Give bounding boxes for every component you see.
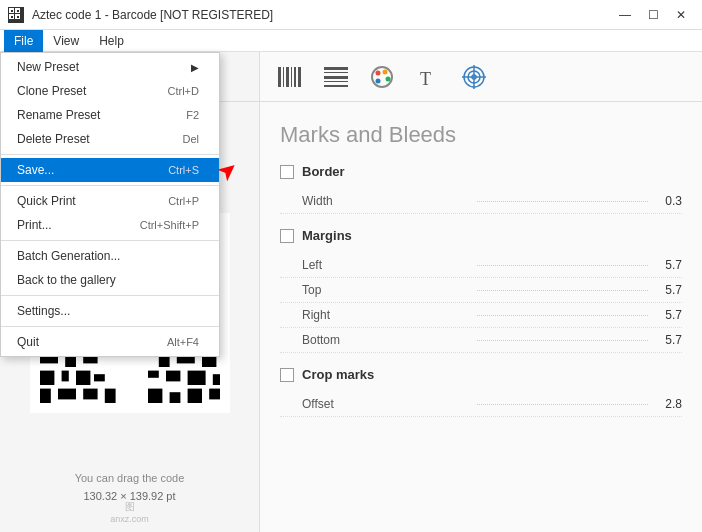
quit-label: Quit — [17, 335, 39, 349]
margin-right-label: Right — [302, 308, 473, 322]
svg-rect-75 — [83, 356, 97, 363]
svg-rect-93 — [187, 389, 201, 403]
menu-quit[interactable]: Quit Alt+F4 — [1, 330, 219, 354]
watermark-line1: 图 — [0, 500, 259, 514]
save-shortcut: Ctrl+S — [168, 164, 199, 176]
rename-preset-shortcut: F2 — [186, 109, 199, 121]
crop-marks-group-header: Crop marks — [280, 367, 682, 382]
margin-right-value: 5.7 — [652, 308, 682, 322]
target-tool-button[interactable] — [454, 58, 494, 96]
delete-preset-label: Delete Preset — [17, 132, 90, 146]
svg-rect-94 — [209, 389, 220, 400]
margin-bottom-value: 5.7 — [652, 333, 682, 347]
margin-bottom-row: Bottom 5.7 — [280, 328, 682, 353]
quick-print-label: Quick Print — [17, 194, 76, 208]
svg-point-21 — [383, 69, 388, 74]
menu-batch-generation[interactable]: Batch Generation... — [1, 244, 219, 268]
svg-rect-85 — [187, 371, 205, 385]
menu-file[interactable]: File — [4, 30, 43, 52]
print-shortcut: Ctrl+Shift+P — [140, 219, 199, 231]
title-bar-left: Aztec code 1 - Barcode [NOT REGISTERED] — [8, 7, 273, 23]
window-title: Aztec code 1 - Barcode [NOT REGISTERED] — [32, 8, 273, 22]
margin-top-row: Top 5.7 — [280, 278, 682, 303]
barcode-tool-button[interactable] — [270, 58, 310, 96]
border-group-header: Border — [280, 164, 682, 179]
menu-settings[interactable]: Settings... — [1, 299, 219, 323]
border-label: Border — [302, 164, 345, 179]
crop-marks-checkbox[interactable] — [280, 368, 294, 382]
menu-help[interactable]: Help — [89, 30, 134, 52]
svg-rect-83 — [148, 371, 159, 378]
barcode2-tool-button[interactable] — [316, 58, 356, 96]
margins-label: Margins — [302, 228, 352, 243]
menu-bar: File View Help — [0, 30, 702, 52]
margins-checkbox[interactable] — [280, 229, 294, 243]
submenu-arrow: ▶ — [191, 62, 199, 73]
svg-rect-81 — [76, 371, 90, 385]
svg-rect-82 — [94, 374, 105, 381]
margins-group-header: Margins — [280, 228, 682, 243]
svg-rect-7 — [17, 16, 19, 18]
text-tool-button[interactable]: T — [408, 58, 448, 96]
quit-shortcut: Alt+F4 — [167, 336, 199, 348]
svg-rect-91 — [148, 389, 162, 403]
toolbar: T — [260, 52, 702, 102]
svg-text:T: T — [420, 69, 431, 89]
margin-top-dots — [477, 290, 648, 291]
svg-rect-80 — [61, 371, 68, 382]
svg-point-22 — [386, 76, 391, 81]
svg-rect-73 — [40, 356, 58, 363]
menu-quick-print[interactable]: Quick Print Ctrl+P — [1, 189, 219, 213]
menu-delete-preset[interactable]: Delete Preset Del — [1, 127, 219, 151]
crop-offset-value: 2.8 — [652, 397, 682, 411]
properties-panel: Marks and Bleeds Border Width 0.3 Margin… — [260, 102, 702, 532]
palette-tool-button[interactable] — [362, 58, 402, 96]
svg-rect-10 — [286, 67, 289, 87]
app-icon — [8, 7, 24, 23]
crop-marks-label: Crop marks — [302, 367, 374, 382]
svg-rect-18 — [324, 85, 348, 87]
separator-2 — [1, 185, 219, 186]
menu-save[interactable]: Save... Ctrl+S — [1, 158, 219, 182]
menu-back-to-gallery[interactable]: Back to the gallery — [1, 268, 219, 292]
svg-rect-92 — [169, 392, 180, 403]
section-title: Marks and Bleeds — [280, 122, 682, 148]
svg-rect-84 — [166, 371, 180, 382]
svg-rect-87 — [40, 389, 51, 403]
menu-print[interactable]: Print... Ctrl+Shift+P — [1, 213, 219, 237]
svg-rect-77 — [176, 356, 194, 363]
maximize-button[interactable]: ☐ — [640, 5, 666, 25]
svg-rect-78 — [202, 356, 216, 367]
crop-offset-row: Offset 2.8 — [280, 392, 682, 417]
rename-preset-label: Rename Preset — [17, 108, 100, 122]
menu-clone-preset[interactable]: Clone Preset Ctrl+D — [1, 79, 219, 103]
settings-label: Settings... — [17, 304, 70, 318]
svg-rect-5 — [17, 10, 19, 12]
margin-top-value: 5.7 — [652, 283, 682, 297]
quick-print-shortcut: Ctrl+P — [168, 195, 199, 207]
menu-new-preset[interactable]: New Preset ▶ — [1, 55, 219, 79]
menu-rename-preset[interactable]: Rename Preset F2 — [1, 103, 219, 127]
svg-rect-88 — [58, 389, 76, 400]
margin-bottom-label: Bottom — [302, 333, 473, 347]
close-button[interactable]: ✕ — [668, 5, 694, 25]
clone-preset-label: Clone Preset — [17, 84, 86, 98]
svg-rect-89 — [83, 389, 97, 400]
svg-rect-12 — [294, 67, 296, 87]
border-width-label: Width — [302, 194, 473, 208]
back-to-gallery-label: Back to the gallery — [17, 273, 116, 287]
crop-offset-label: Offset — [302, 397, 473, 411]
margin-left-value: 5.7 — [652, 258, 682, 272]
batch-generation-label: Batch Generation... — [17, 249, 120, 263]
svg-rect-17 — [324, 81, 348, 82]
minimize-button[interactable]: — — [612, 5, 638, 25]
svg-point-23 — [376, 78, 381, 83]
svg-rect-8 — [278, 67, 281, 87]
margin-left-label: Left — [302, 258, 473, 272]
svg-rect-79 — [40, 371, 54, 385]
menu-view[interactable]: View — [43, 30, 89, 52]
svg-rect-74 — [65, 356, 76, 367]
border-checkbox[interactable] — [280, 165, 294, 179]
watermark-line2: anxz.com — [0, 514, 259, 524]
margin-left-row: Left 5.7 — [280, 253, 682, 278]
